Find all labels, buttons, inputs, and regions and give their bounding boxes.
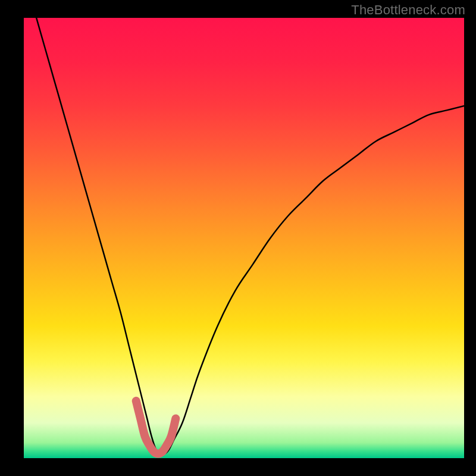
- watermark-text: TheBottleneck.com: [351, 2, 465, 18]
- plot-area: [24, 18, 464, 458]
- bottleneck-curve: [24, 18, 464, 455]
- highlight-segment: [136, 401, 176, 454]
- chart-container: TheBottleneck.com: [0, 0, 476, 476]
- chart-curves: [24, 18, 464, 458]
